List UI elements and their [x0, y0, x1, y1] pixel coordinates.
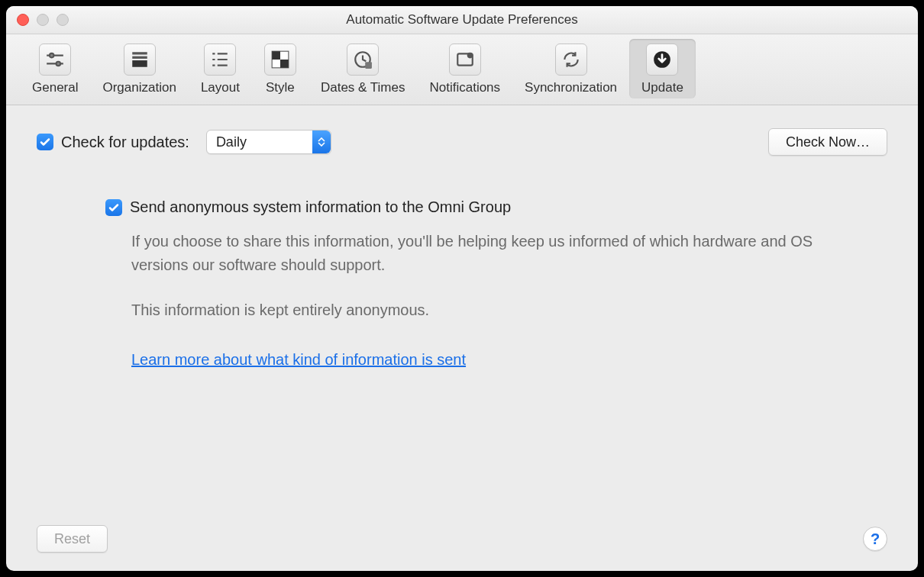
svg-point-3: [57, 62, 60, 66]
tab-label: Dates & Times: [321, 80, 405, 95]
svg-point-1: [50, 53, 53, 57]
update-frequency-value: Daily: [216, 134, 247, 150]
tab-label: Synchronization: [525, 80, 617, 95]
stepper-icon: [312, 131, 331, 153]
learn-more-link[interactable]: Learn more about what kind of informatio…: [131, 351, 466, 368]
anonymous-info-checkbox[interactable]: [105, 199, 122, 216]
learn-more-row: Learn more about what kind of informatio…: [131, 351, 887, 369]
preferences-body: Check for updates: Daily Check Now… Send…: [6, 105, 918, 571]
check-updates-row: Check for updates: Daily Check Now…: [37, 128, 887, 156]
footer: Reset ?: [37, 525, 887, 556]
notification-icon: [449, 44, 481, 76]
anonymous-info-label: Send anonymous system information to the…: [130, 198, 511, 216]
traffic-lights: [17, 14, 69, 26]
update-frequency-select[interactable]: Daily: [206, 130, 331, 154]
svg-rect-6: [132, 60, 147, 67]
svg-point-19: [467, 53, 473, 59]
close-window-button[interactable]: [17, 14, 29, 26]
reset-button[interactable]: Reset: [37, 525, 108, 553]
check-updates-label: Check for updates:: [61, 134, 189, 151]
tab-label: General: [32, 80, 78, 95]
tab-label: Organization: [102, 80, 176, 95]
sync-icon: [555, 44, 587, 76]
tab-label: Layout: [201, 80, 240, 95]
tab-general[interactable]: General: [20, 39, 90, 98]
anonymous-info-row: Send anonymous system information to the…: [105, 198, 887, 216]
tab-label: Update: [641, 80, 683, 95]
help-button[interactable]: ?: [863, 527, 887, 551]
tab-synchronization[interactable]: Synchronization: [512, 39, 629, 98]
check-updates-checkbox[interactable]: [37, 134, 53, 150]
svg-rect-4: [132, 52, 147, 54]
sliders-icon: [39, 44, 71, 76]
stack-icon: [124, 44, 156, 76]
checker-icon: [264, 44, 296, 76]
tab-layout[interactable]: Layout: [189, 39, 252, 98]
svg-rect-15: [280, 60, 289, 68]
reset-label: Reset: [54, 531, 90, 547]
tab-dates-times[interactable]: Dates & Times: [309, 39, 418, 98]
minimize-window-button: [37, 14, 49, 26]
tab-style[interactable]: Style: [252, 39, 309, 98]
list-icon: [204, 44, 236, 76]
clock-icon: [347, 44, 379, 76]
tab-update[interactable]: Update: [629, 39, 696, 98]
svg-rect-5: [132, 56, 147, 59]
zoom-window-button: [57, 14, 69, 26]
help-icon: ?: [871, 530, 880, 548]
preferences-window: Automatic Software Update Preferences Ge…: [6, 6, 918, 571]
tab-notifications[interactable]: Notifications: [417, 39, 512, 98]
tab-label: Notifications: [429, 80, 500, 95]
title-bar: Automatic Software Update Preferences: [6, 6, 918, 34]
tab-label: Style: [266, 80, 295, 95]
window-title: Automatic Software Update Preferences: [6, 12, 918, 27]
check-now-label: Check Now…: [786, 134, 870, 150]
preferences-toolbar: General Organization Layout Style Dates: [6, 34, 918, 105]
check-now-button[interactable]: Check Now…: [768, 128, 887, 156]
svg-rect-17: [365, 62, 372, 69]
anonymous-info-description-1: If you choose to share this information,…: [131, 230, 819, 277]
tab-organization[interactable]: Organization: [90, 39, 188, 98]
anonymous-info-description-2: This information is kept entirely anonym…: [131, 298, 819, 322]
svg-rect-14: [272, 51, 280, 60]
download-icon: [646, 44, 678, 76]
